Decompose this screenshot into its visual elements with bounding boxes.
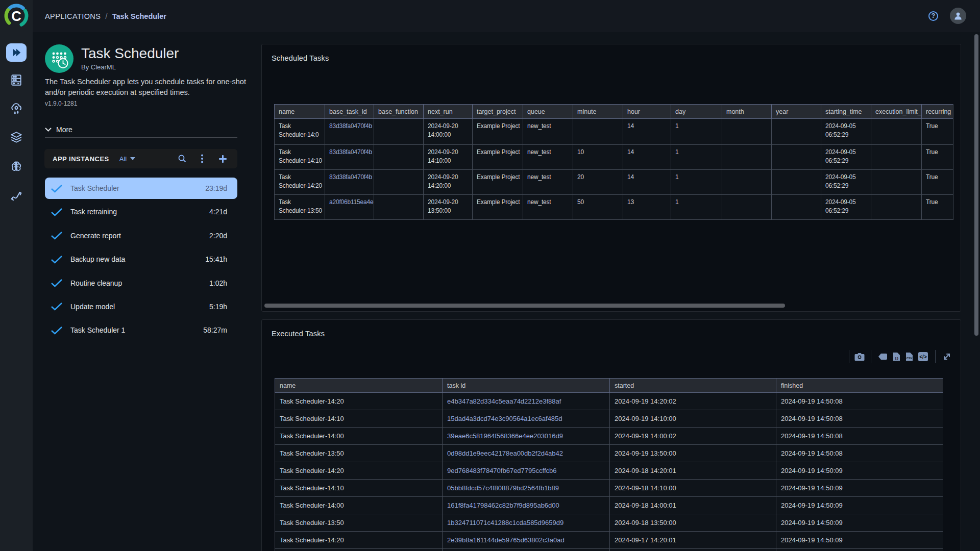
column-header: year	[772, 105, 821, 119]
breadcrumb-task-scheduler: Task Scheduler	[112, 12, 166, 20]
expand-icon[interactable]	[943, 353, 951, 361]
table-row: Task Scheduler-14:0039eae6c581964f568366…	[275, 428, 943, 445]
nav-autoscalers[interactable]	[10, 102, 23, 115]
task-id-link[interactable]: 39eae6c581964f568366e4ee203016d9	[447, 432, 563, 440]
table-row: Task Scheduler-14:209ed768483f78470fb67e…	[275, 462, 943, 480]
more-label: More	[56, 126, 72, 134]
app-instances-label: APP INSTANCES	[53, 155, 109, 163]
task-id-link[interactable]: 9ed768483f78470fb67ed7795ccffcb6	[447, 467, 556, 474]
app-byline: By ClearML	[81, 63, 116, 71]
add-instance-icon[interactable]	[218, 155, 227, 163]
nav-pipelines[interactable]	[10, 189, 23, 203]
svg-text:</>: </>	[919, 354, 927, 360]
layers-icon	[10, 131, 23, 144]
nav-datasets[interactable]	[10, 131, 23, 144]
clear-icon[interactable]	[878, 354, 887, 360]
executed-tasks-title: Executed Tasks	[272, 330, 325, 338]
column-header: started	[610, 379, 776, 393]
more-toggle[interactable]: More	[45, 126, 72, 134]
scheduled-tasks-panel: Scheduled Tasks namebase_task_idbase_fun…	[261, 44, 961, 312]
table-row: Task Scheduler-14:1005bb8fdcd57c4f808879…	[275, 480, 943, 497]
instances-filter-value: All	[119, 155, 127, 163]
task-id-link[interactable]: e4b347a82d334c5eaa74d2212e3f88af	[447, 397, 561, 405]
toolbar-separator	[935, 350, 936, 363]
task-id-link[interactable]: 1b324711071c41288c1cda585d9659d9	[447, 519, 564, 527]
chevron-down-icon	[45, 128, 52, 132]
instance-time: 23:19d	[205, 184, 227, 192]
column-header: hour	[623, 105, 671, 119]
instance-item[interactable]: Task Scheduler23:19d	[45, 178, 237, 199]
table-row: Task Scheduler-14:083d38fa0470f4b2024-09…	[275, 119, 954, 145]
column-header: name	[275, 379, 443, 393]
table-row: Task Scheduler-13:50a20f06b115ea4e2024-0…	[275, 195, 954, 220]
instance-time: 15:41h	[205, 255, 227, 263]
column-header: name	[275, 105, 325, 119]
scheduled-tasks-title: Scheduled Tasks	[272, 54, 329, 62]
table-row: Task Scheduler-14:1083d38fa0470f4b2024-0…	[275, 145, 954, 170]
section-divider	[45, 137, 237, 138]
instances-filter-dropdown[interactable]: All	[119, 155, 135, 163]
download-json-icon[interactable]: {;}	[893, 352, 900, 361]
app-info-section: Task Scheduler By ClearML The Task Sched…	[45, 44, 237, 551]
nav-workers-queues[interactable]	[10, 73, 23, 87]
user-avatar[interactable]	[950, 8, 966, 24]
check-icon	[51, 302, 63, 311]
instance-item[interactable]: Backup new data15:41h	[45, 248, 237, 270]
kebab-menu-icon[interactable]	[201, 154, 203, 163]
app-description-line1: The Task Scheduler app lets you schedule…	[45, 77, 246, 87]
instance-time: 58:27m	[203, 326, 227, 334]
column-header: base_task_id	[325, 105, 374, 119]
task-id-link[interactable]: a20f06b115ea4e	[329, 198, 373, 206]
instance-item[interactable]: Task retraining4:21d	[45, 201, 237, 222]
breadcrumb-separator: /	[105, 12, 107, 21]
embed-code-icon[interactable]: </>	[918, 352, 928, 361]
instance-item[interactable]: Task Scheduler 158:27m	[45, 319, 237, 341]
plot-toolbar: {;} CSV </>	[849, 350, 951, 363]
download-csv-icon[interactable]: CSV	[905, 352, 913, 361]
camera-icon[interactable]	[854, 353, 865, 361]
horizontal-scrollbar-thumb[interactable]	[264, 304, 785, 308]
task-id-link[interactable]: 161f8fa41798462c82b7f9d895ab6d00	[447, 502, 559, 509]
column-header: queue	[523, 105, 573, 119]
help-icon[interactable]: ?	[928, 11, 938, 21]
task-id-link[interactable]: 15dad4a3dcd74e3c90564a1ec6af485d	[447, 415, 562, 422]
executed-tasks-panel: Executed Tasks {;} CSV </> nametask idst…	[261, 319, 961, 551]
executed-tasks-table: nametask idstartedfinishedTask Scheduler…	[275, 378, 943, 551]
task-id-link[interactable]: 0d98dd1e9eec42178ea00db2f2d4ab42	[447, 449, 563, 457]
nav-models[interactable]	[10, 160, 23, 173]
task-id-link[interactable]: 83d38fa0470f4b	[329, 122, 372, 130]
instance-item[interactable]: Routine cleanup1:02h	[45, 272, 237, 294]
cloud-gear-icon	[10, 102, 23, 115]
table-row: Task Scheduler-13:500d98dd1e9eec42178ea0…	[275, 445, 943, 462]
instance-name: Routine cleanup	[70, 279, 122, 287]
table-row: Task Scheduler-14:20e4b347a82d334c5eaa74…	[275, 393, 943, 410]
task-id-link[interactable]: 83d38fa0470f4b	[329, 148, 372, 156]
instance-time: 4:21d	[209, 208, 227, 216]
table-row: Task Scheduler-14:1015dad4a3dcd74e3c9056…	[275, 410, 943, 428]
column-header: minute	[573, 105, 623, 119]
task-id-link[interactable]: 05bb8fdcd57c4f808879bd2564fb1b89	[447, 484, 559, 492]
task-id-link[interactable]: 83d38fa0470f4b	[329, 173, 372, 181]
top-header-bar: APPLICATIONS / Task Scheduler ?	[33, 0, 980, 32]
search-icon[interactable]	[178, 154, 187, 163]
instance-item[interactable]: Update model5:19h	[45, 296, 237, 317]
svg-text:{;}: {;}	[895, 357, 898, 360]
instance-name: Generate report	[70, 232, 121, 240]
clearml-logo[interactable]: C	[3, 3, 30, 29]
check-icon	[51, 184, 63, 193]
brain-icon	[10, 160, 23, 173]
applications-icon	[11, 47, 22, 58]
column-header: execution_limit_h	[871, 105, 922, 119]
person-icon	[953, 11, 963, 21]
table-row: Task Scheduler-14:2083d38fa0470f4b2024-0…	[275, 170, 954, 195]
instance-item[interactable]: Generate report2:20d	[45, 225, 237, 246]
toolbar-separator	[871, 350, 871, 363]
check-icon	[51, 279, 63, 287]
instance-time: 2:20d	[209, 232, 227, 240]
vertical-scrollbar-thumb[interactable]	[974, 34, 978, 336]
table-row: Task Scheduler-13:501b324711071c41288c1c…	[275, 514, 943, 532]
instance-time: 5:19h	[209, 303, 227, 311]
breadcrumb-applications[interactable]: APPLICATIONS	[45, 12, 101, 20]
task-id-link[interactable]: 2e39b8a161144de59765d63802c3a0ad	[447, 536, 565, 544]
nav-applications[interactable]	[6, 43, 27, 62]
